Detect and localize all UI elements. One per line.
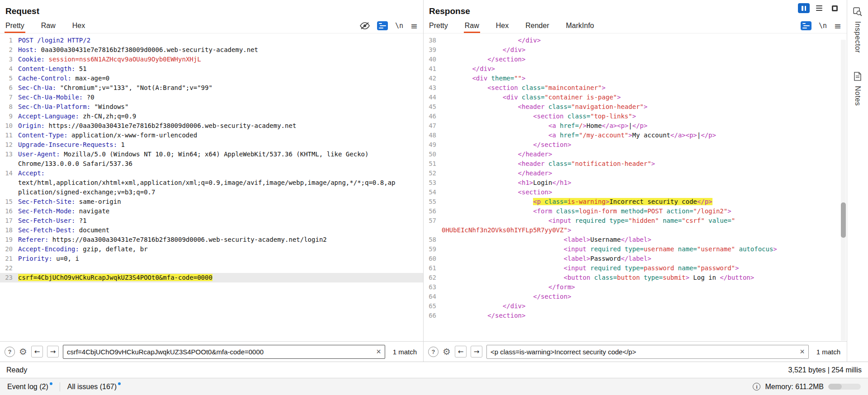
line-number: [0, 178, 18, 188]
event-log-button[interactable]: Event log (2): [0, 378, 60, 395]
request-search-bar: ? ⚙ ← → × 1 match: [0, 341, 423, 362]
line-number: 56: [424, 207, 442, 216]
search-prev-button[interactable]: ←: [31, 346, 43, 357]
line-number: 1: [0, 36, 18, 45]
code-line: 19Referer: https://0aa300a30431e7e7816b2…: [0, 235, 423, 245]
all-issues-label: All issues (167): [67, 383, 117, 391]
request-editor[interactable]: 1POST /login2 HTTP/22Host: 0aa300a30431e…: [0, 33, 423, 341]
response-tab-markinfo[interactable]: MarkInfo: [566, 18, 594, 33]
newline-chars-icon[interactable]: \n: [395, 22, 403, 30]
code-line: 65 </div>: [424, 301, 847, 311]
response-tab-render[interactable]: Render: [525, 18, 549, 33]
newline-chars-icon[interactable]: \n: [819, 22, 827, 30]
code-line: 40 </section>: [424, 55, 847, 64]
line-number: 47: [424, 121, 442, 131]
code-line: 1POST /login2 HTTP/2: [0, 36, 423, 45]
code-line: 48 <a href="/my-account">My account</a><…: [424, 131, 847, 140]
search-help-icon[interactable]: ?: [428, 347, 439, 357]
inspector-toggle[interactable]: Inspector: [853, 7, 862, 53]
line-number: [0, 188, 18, 197]
line-number: 65: [424, 301, 442, 311]
code-line: 17Sec-Fetch-User: ?1: [0, 216, 423, 226]
response-stats-label: 3,521 bytes | 254 millis: [788, 366, 862, 374]
code-line: 23csrf=4CbjUChO9vHCkuRcapJwqkUZ3S4POOt0&…: [0, 273, 423, 282]
line-number: 13: [0, 150, 18, 159]
response-editor[interactable]: 38 </div>39 </div>40 </section>41 </div>…: [424, 33, 847, 341]
scrollbar-thumb[interactable]: [841, 202, 846, 238]
line-number: 52: [424, 169, 442, 178]
line-number: 48: [424, 131, 442, 140]
line-number: 19: [0, 235, 18, 245]
response-scrollbar[interactable]: [841, 40, 846, 341]
layout-columns-button[interactable]: [798, 3, 810, 13]
code-line: 59 <input required type=username name="u…: [424, 245, 847, 254]
line-number: 50: [424, 150, 442, 159]
code-line: 13User-Agent: Mozilla/5.0 (Windows NT 10…: [0, 150, 423, 159]
line-number: 53: [424, 178, 442, 188]
editor-menu-icon[interactable]: ≡: [410, 21, 418, 31]
response-editor-toolbar: \n ≡: [801, 18, 841, 33]
prettify-icon[interactable]: [377, 21, 388, 30]
code-line: 0HUbEIcNhf3n2OVks0hIYFLp5R7yy0VZ">: [424, 226, 847, 235]
code-line: 22: [0, 263, 423, 273]
line-number: 43: [424, 83, 442, 93]
clear-search-icon[interactable]: ×: [800, 348, 805, 356]
line-number: 58: [424, 235, 442, 245]
code-line: 4Content-Length: 51: [0, 64, 423, 74]
code-line: 20Accept-Encoding: gzip, deflate, br: [0, 245, 423, 254]
prettify-icon[interactable]: [801, 21, 811, 30]
notes-toggle[interactable]: Notes: [854, 72, 862, 106]
layout-rows-button[interactable]: [813, 3, 825, 13]
response-tab-bar: PrettyRawHexRenderMarkInfo \n ≡: [424, 18, 847, 33]
clear-search-icon[interactable]: ×: [376, 348, 381, 356]
code-line: 41 </div>: [424, 64, 847, 74]
request-tab-raw[interactable]: Raw: [41, 18, 56, 33]
response-search-box: ×: [486, 345, 809, 359]
code-line: 55 <p class=is-warning>Incorrect securit…: [424, 197, 847, 207]
notification-dot: [50, 382, 52, 385]
request-tab-hex[interactable]: Hex: [72, 18, 85, 33]
code-line: 9Accept-Language: zh-CN,zh;q=0.9: [0, 112, 423, 121]
code-line: text/html,application/xhtml+xml,applicat…: [0, 178, 423, 188]
code-line: 50 </header>: [424, 150, 847, 159]
footer-bar: Event log (2) All issues (167) i Memory:…: [0, 378, 868, 395]
search-settings-gear-icon[interactable]: ⚙: [443, 347, 451, 356]
code-line: 53 <h1>Login</h1>: [424, 178, 847, 188]
line-number: 57: [424, 216, 442, 226]
line-number: 44: [424, 93, 442, 102]
all-issues-button[interactable]: All issues (167): [60, 378, 128, 395]
status-bar: Ready 3,521 bytes | 254 millis: [0, 362, 868, 378]
line-number: 2: [0, 45, 18, 55]
code-line: 42 <div theme="">: [424, 74, 847, 83]
line-number: 40: [424, 55, 442, 64]
search-settings-gear-icon[interactable]: ⚙: [19, 347, 27, 356]
line-number: 10: [0, 121, 18, 131]
response-tab-hex[interactable]: Hex: [496, 18, 509, 33]
code-line: 63 </form>: [424, 282, 847, 292]
editor-menu-icon[interactable]: ≡: [834, 21, 841, 31]
code-line: 64 </section>: [424, 292, 847, 301]
eye-slash-icon[interactable]: [360, 22, 370, 29]
event-log-label: Event log (2): [7, 383, 48, 391]
response-search-input[interactable]: [486, 345, 809, 359]
memory-gauge: [828, 384, 861, 390]
code-line: 2Host: 0aa300a30431e7e7816b2f38009d0006.…: [0, 45, 423, 55]
search-prev-button[interactable]: ←: [455, 346, 467, 357]
line-number: 23: [0, 273, 18, 282]
search-next-button[interactable]: →: [471, 346, 482, 357]
line-number: 62: [424, 273, 442, 282]
layout-single-button[interactable]: [829, 3, 840, 13]
line-number: 41: [424, 64, 442, 74]
request-tab-pretty[interactable]: Pretty: [5, 18, 24, 33]
code-line: 52 </header>: [424, 169, 847, 178]
search-next-button[interactable]: →: [47, 346, 59, 357]
request-search-input[interactable]: [63, 345, 385, 359]
code-line: 18Sec-Fetch-Dest: document: [0, 226, 423, 235]
response-tab-pretty[interactable]: Pretty: [429, 18, 448, 33]
response-tab-raw[interactable]: Raw: [465, 18, 479, 33]
code-line: 47 <a href=/>Home</a><p>|</p>: [424, 121, 847, 131]
code-line: 39 </div>: [424, 45, 847, 55]
search-help-icon[interactable]: ?: [5, 347, 15, 357]
code-line: 11Content-Type: application/x-www-form-u…: [0, 131, 423, 140]
code-line: 54 <section>: [424, 188, 847, 197]
